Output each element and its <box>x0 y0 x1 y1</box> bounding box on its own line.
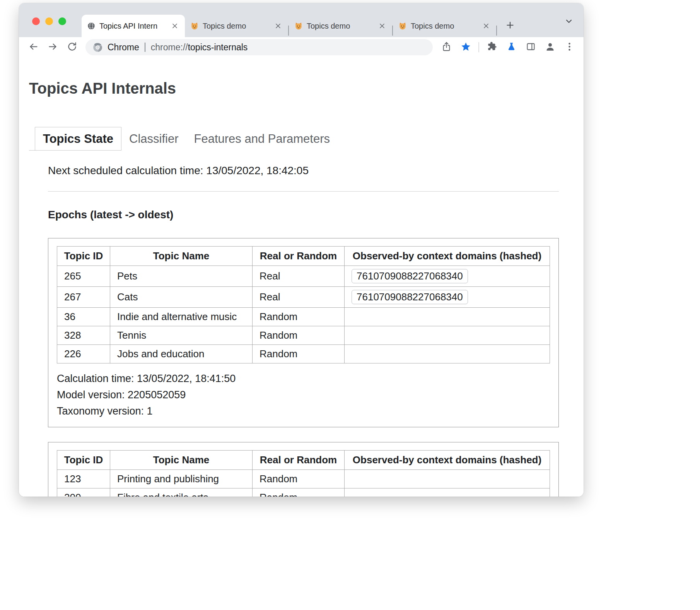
column-header: Real or Random <box>253 451 345 470</box>
bookmark-star-icon <box>461 41 471 53</box>
topic-name-cell: Jobs and education <box>110 345 253 363</box>
observed-domains-cell: 7610709088227068340 <box>345 287 550 308</box>
topic-row: 36Indie and alternative musicRandom <box>57 308 550 326</box>
profile-icon <box>545 41 555 53</box>
epoch-box: Topic IDTopic NameReal or RandomObserved… <box>48 442 559 497</box>
real-or-random-cell: Random <box>253 488 345 497</box>
column-header: Topic Name <box>110 451 253 470</box>
minimize-window-button[interactable] <box>45 17 53 25</box>
cat-favicon <box>294 22 303 30</box>
browser-tab[interactable]: Topics demo <box>393 15 496 37</box>
back-button[interactable] <box>24 39 42 56</box>
omnibox-divider <box>145 43 145 52</box>
column-header: Observed-by context domains (hashed) <box>345 451 550 470</box>
chrome-labs-button[interactable] <box>502 39 520 56</box>
browser-tab[interactable]: Topics demo <box>185 15 288 37</box>
tab-stub-line <box>29 127 35 151</box>
topic-id-cell: 267 <box>57 287 110 308</box>
side-panel-icon <box>526 41 536 53</box>
browser-tab-label: Topics demo <box>203 22 270 31</box>
topics-table: Topic IDTopic NameReal or RandomObserved… <box>57 246 550 363</box>
topic-row: 328TennisRandom <box>57 326 550 345</box>
topic-row: 267CatsReal7610709088227068340 <box>57 287 550 308</box>
new-tab-button[interactable] <box>501 17 519 35</box>
column-header: Topic ID <box>57 247 110 266</box>
topics-internals-page: Topics API Internals Topics State Classi… <box>19 80 584 497</box>
real-or-random-cell: Random <box>253 308 345 326</box>
browser-menu-button[interactable] <box>560 39 578 56</box>
topic-name-cell: Fibre and textile arts <box>110 488 253 497</box>
browser-tab[interactable]: Topics API Intern <box>82 15 185 37</box>
back-icon <box>28 41 39 53</box>
forward-button[interactable] <box>44 39 61 56</box>
topic-name-cell: Printing and publishing <box>110 470 253 488</box>
tab-close-icon[interactable] <box>170 21 179 31</box>
tab-search-button[interactable] <box>562 15 576 29</box>
url-scheme: chrome:// <box>151 42 188 52</box>
browser-tab-label: Topics demo <box>307 22 374 31</box>
close-window-button[interactable] <box>32 17 40 25</box>
browser-tab[interactable]: Topics demo <box>289 15 392 37</box>
topics-table: Topic IDTopic NameReal or RandomObserved… <box>57 450 550 497</box>
hashed-domain-value: 7610709088227068340 <box>352 290 468 304</box>
profile-button[interactable] <box>541 39 559 56</box>
topic-name-cell: Tennis <box>110 326 253 345</box>
table-header-row: Topic IDTopic NameReal or RandomObserved… <box>57 451 550 470</box>
hashed-domain-value: 7610709088227068340 <box>352 269 468 283</box>
topic-name-cell: Cats <box>110 287 253 308</box>
globe-favicon <box>87 22 96 30</box>
topic-id-cell: 123 <box>57 470 110 488</box>
topic-row: 200Fibre and textile artsRandom <box>57 488 550 497</box>
extensions-button[interactable] <box>483 39 501 56</box>
address-bar[interactable]: Chrome chrome://topics-internals <box>85 39 433 55</box>
new-tab-icon <box>505 20 515 32</box>
browser-tab-label: Topics demo <box>411 22 478 31</box>
menu-kebab-icon <box>564 41 575 53</box>
real-or-random-cell: Random <box>253 345 345 363</box>
tab-topics-state[interactable]: Topics State <box>35 127 121 151</box>
observed-domains-cell <box>345 470 550 488</box>
observed-domains-cell <box>345 326 550 345</box>
omnibox-url: chrome://topics-internals <box>151 42 248 53</box>
topic-name-cell: Pets <box>110 266 253 287</box>
side-panel-button[interactable] <box>522 39 540 56</box>
observed-domains-cell <box>345 308 550 326</box>
reload-button[interactable] <box>63 39 81 56</box>
topic-id-cell: 328 <box>57 326 110 345</box>
epoch-meta: Calculation time: 13/05/2022, 18:41:50Mo… <box>57 370 550 419</box>
window-controls <box>32 17 66 25</box>
divider <box>48 191 559 192</box>
epoch-box: Topic IDTopic NameReal or RandomObserved… <box>48 238 559 427</box>
screenshot-canvas: { "colors": { "accent_blue": "#1a73e8", … <box>0 0 700 610</box>
share-button[interactable] <box>437 39 455 56</box>
epoch-meta-line: Taxonomy version: 1 <box>57 403 550 419</box>
topic-id-cell: 200 <box>57 488 110 497</box>
extensions-puzzle-icon <box>487 41 497 53</box>
zoom-window-button[interactable] <box>58 17 66 25</box>
observed-domains-cell: 7610709088227068340 <box>345 266 550 287</box>
real-or-random-cell: Real <box>253 266 345 287</box>
epochs-heading: Epochs (latest -> oldest) <box>48 209 559 221</box>
browser-tab-label: Topics API Intern <box>99 22 166 31</box>
topic-row: 123Printing and publishingRandom <box>57 470 550 488</box>
epoch-meta-line: Model version: 2205052059 <box>57 387 550 403</box>
bookmark-button[interactable] <box>457 39 475 56</box>
tab-close-icon[interactable] <box>273 21 283 31</box>
reload-icon <box>67 41 77 53</box>
tab-divider <box>496 26 497 36</box>
topic-id-cell: 265 <box>57 266 110 287</box>
tab-close-icon[interactable] <box>377 21 387 31</box>
topic-row: 226Jobs and educationRandom <box>57 345 550 363</box>
tab-classifier[interactable]: Classifier <box>121 127 186 151</box>
share-icon <box>441 41 452 53</box>
real-or-random-cell: Real <box>253 287 345 308</box>
cat-favicon <box>398 22 407 30</box>
tab-features-and-parameters[interactable]: Features and Parameters <box>186 127 338 151</box>
topic-name-cell: Indie and alternative music <box>110 308 253 326</box>
page-title: Topics API Internals <box>29 80 584 97</box>
topics-state-panel: Next scheduled calculation time: 13/05/2… <box>48 151 559 497</box>
epochs-container: Topic IDTopic NameReal or RandomObserved… <box>48 238 559 497</box>
real-or-random-cell: Random <box>253 326 345 345</box>
observed-domains-cell <box>345 345 550 363</box>
tab-close-icon[interactable] <box>481 21 491 31</box>
